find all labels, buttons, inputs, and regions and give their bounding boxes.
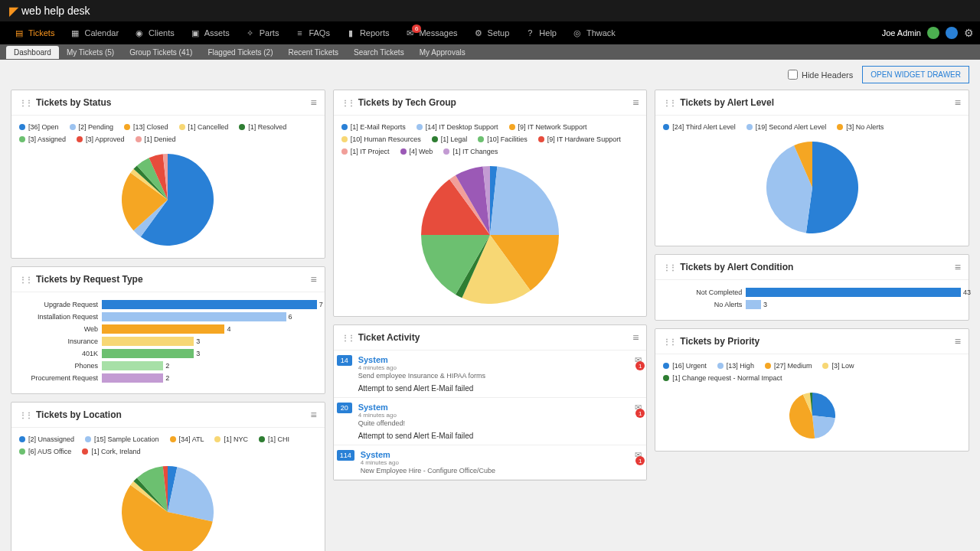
legend-item[interactable]: [1] IT Project [341, 148, 390, 155]
legend-swatch-icon [416, 124, 423, 130]
widget-menu-icon[interactable]: ≡ [310, 273, 316, 285]
nav-help[interactable]: ?Help [517, 21, 564, 44]
user-name: Joe Admin [882, 28, 921, 37]
bar-row[interactable]: No Alerts3 [663, 300, 961, 309]
hide-headers-input[interactable] [788, 70, 798, 80]
legend-item[interactable]: [19] Second Alert Level [746, 123, 827, 131]
legend-item[interactable]: [34] ATL [170, 435, 204, 443]
subnav-search-tickets[interactable]: Search Tickets [346, 46, 412, 59]
pie-slice[interactable] [812, 393, 835, 418]
legend-item[interactable]: [1] CHI [259, 435, 289, 443]
bar-row[interactable]: Procurement Request2 [19, 373, 317, 383]
bar-row[interactable]: Web4 [19, 324, 317, 334]
pie-slice[interactable] [490, 166, 559, 235]
status-indicator-icon[interactable] [927, 27, 939, 39]
nav-tickets[interactable]: ▤Tickets [6, 21, 62, 44]
legend-item[interactable]: [14] IT Desktop Support [416, 123, 498, 131]
widget-menu-icon[interactable]: ≡ [955, 335, 961, 347]
activity-item[interactable]: 20System4 minutes agoQuite offended!Atte… [334, 398, 647, 445]
bar-value: 2 [163, 373, 169, 383]
legend-item[interactable]: [27] Medium [765, 362, 812, 370]
legend-item[interactable]: [1] E-Mail Reports [341, 123, 406, 131]
legend-item[interactable]: [24] Third Alert Level [663, 123, 735, 131]
widget-menu-icon[interactable]: ≡ [955, 96, 961, 109]
pie-slice[interactable] [812, 416, 835, 439]
legend-item[interactable]: [10] Human Resources [341, 135, 421, 143]
legend-item[interactable]: [3] Low [822, 362, 854, 370]
legend-item[interactable]: [9] IT Hardware Support [538, 135, 621, 143]
pie-chart [421, 166, 559, 304]
widget-menu-icon[interactable]: ≡ [632, 331, 639, 344]
drag-handle-icon[interactable]: ⋮⋮ [341, 334, 354, 342]
bar-row[interactable]: Not Completed43 [663, 288, 961, 297]
subnav-dashboard[interactable]: Dashboard [6, 46, 59, 59]
activity-time: 4 minutes ago [358, 412, 644, 419]
subnav-my-approvals[interactable]: My Approvals [412, 46, 473, 59]
legend-item[interactable]: [13] Closed [124, 123, 168, 131]
open-widget-drawer-button[interactable]: OPEN WIDGET DRAWER [862, 66, 969, 83]
legend-item[interactable]: [1] Resolved [239, 123, 286, 131]
legend-item[interactable]: [1] Cancelled [179, 123, 229, 131]
activity-item[interactable]: 14System4 minutes agoSend employee Insur… [334, 350, 647, 398]
subnav-group-tickets-41-[interactable]: Group Tickets (41) [122, 46, 200, 59]
legend-item[interactable]: [13] High [717, 362, 754, 370]
widget-menu-icon[interactable]: ≡ [310, 409, 316, 421]
legend-item[interactable]: [1] Cork, Ireland [82, 448, 140, 455]
drag-handle-icon[interactable]: ⋮⋮ [19, 99, 31, 107]
legend-item[interactable]: [9] IT Network Support [509, 123, 587, 131]
bar-row[interactable]: Upgrade Request7 [19, 300, 317, 309]
bar-row[interactable]: 401K3 [19, 349, 317, 358]
nav-setup[interactable]: ⚙Setup [466, 21, 518, 44]
nav-faqs[interactable]: ≡FAQs [286, 21, 338, 44]
legend-item[interactable]: [3] No Alerts [837, 123, 884, 131]
nav-clients[interactable]: ◉Clients [126, 21, 182, 44]
legend-item[interactable]: [15] Sample Location [85, 435, 159, 443]
drag-handle-icon[interactable]: ⋮⋮ [341, 99, 354, 107]
bar-row[interactable]: Installation Request6 [19, 312, 317, 321]
widget-menu-icon[interactable]: ≡ [310, 96, 316, 109]
widget-title-text: Tickets by Alert Level [680, 97, 774, 108]
user-avatar-icon[interactable] [946, 27, 958, 39]
widget-menu-icon[interactable]: ≡ [955, 261, 961, 273]
drag-handle-icon[interactable]: ⋮⋮ [663, 337, 675, 346]
settings-icon[interactable]: ⚙ [964, 27, 974, 39]
drag-handle-icon[interactable]: ⋮⋮ [19, 276, 31, 284]
legend-swatch-icon [822, 363, 828, 369]
legend-item[interactable]: [1] Legal [432, 135, 468, 143]
legend-item[interactable]: [6] AUS Office [19, 448, 71, 455]
legend-item[interactable]: [4] Web [400, 148, 433, 155]
widget-title-text: Tickets by Alert Condition [680, 262, 793, 272]
nav-thwack[interactable]: ◎Thwack [564, 21, 623, 44]
legend-item[interactable]: [1] NYC [214, 435, 248, 443]
drag-handle-icon[interactable]: ⋮⋮ [19, 411, 31, 419]
subnav-recent-tickets[interactable]: Recent Tickets [280, 46, 346, 59]
subnav-my-tickets-5-[interactable]: My Tickets (5) [59, 46, 122, 59]
widget-menu-icon[interactable]: ≡ [632, 96, 639, 109]
legend-item[interactable]: [16] Urgent [663, 362, 707, 370]
activity-item[interactable]: 114System4 minutes agoNew Employee Hire … [334, 445, 647, 480]
nav-reports[interactable]: ▮Reports [338, 21, 397, 44]
activity-list[interactable]: 14System4 minutes agoSend employee Insur… [334, 350, 647, 480]
hide-headers-checkbox[interactable]: Hide Headers [788, 70, 853, 80]
bar-row[interactable]: Insurance3 [19, 337, 317, 346]
nav-calendar[interactable]: ▦Calendar [62, 21, 126, 44]
legend-item[interactable]: [36] Open [19, 123, 59, 131]
legend-item[interactable]: [3] Assigned [19, 135, 66, 143]
nav-assets[interactable]: ▣Assets [182, 21, 237, 44]
legend-item[interactable]: [1] Change request - Normal Impact [663, 374, 782, 382]
bar-row[interactable]: Phones2 [19, 361, 317, 370]
legend-item[interactable]: [1] Denied [136, 135, 176, 143]
legend-item[interactable]: [2] Pending [70, 123, 114, 131]
subnav-flagged-tickets-2-[interactable]: Flagged Tickets (2) [200, 46, 280, 59]
legend-item[interactable]: [3] Approved [77, 135, 125, 143]
legend-item[interactable]: [1] IT Changes [443, 148, 498, 155]
drag-handle-icon[interactable]: ⋮⋮ [663, 263, 675, 272]
pie-slice[interactable] [805, 142, 858, 233]
nav-parts[interactable]: ✧Parts [237, 21, 287, 44]
bar-value: 3 [761, 300, 767, 309]
drag-handle-icon[interactable]: ⋮⋮ [663, 99, 675, 107]
nav-messages[interactable]: ✉6Messages [397, 21, 465, 44]
legend-item[interactable]: [2] Unassigned [19, 435, 74, 443]
bar-label: 401K [19, 350, 102, 357]
legend-item[interactable]: [10] Facilities [478, 135, 528, 143]
